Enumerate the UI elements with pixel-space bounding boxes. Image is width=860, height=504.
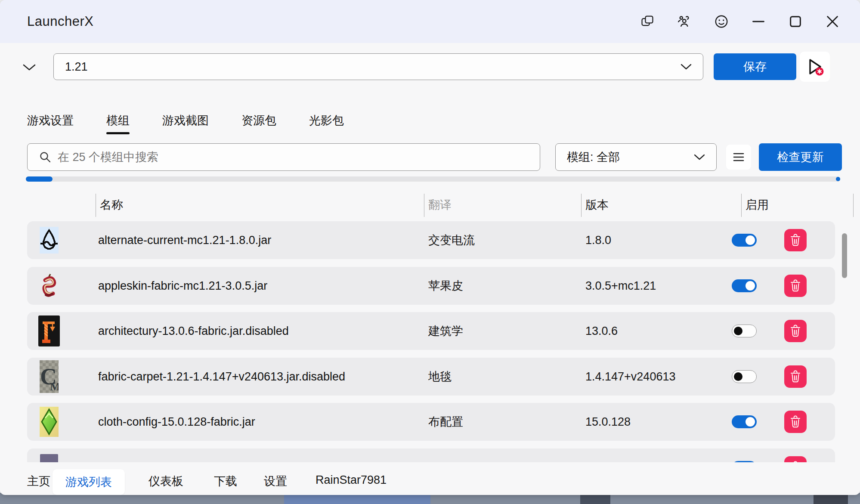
collapse-chevron-icon[interactable] bbox=[20, 59, 39, 75]
progress-end-dot bbox=[836, 177, 840, 181]
app-title: LauncherX bbox=[27, 14, 93, 29]
version-value: 1.21 bbox=[65, 60, 88, 74]
header-translation: 翻译 bbox=[428, 197, 452, 213]
launcher-window: LauncherX bbox=[0, 0, 860, 495]
toggle-knob bbox=[734, 372, 742, 381]
hamburger-icon bbox=[733, 152, 745, 162]
mod-filename: appleskin-fabric-mc1.21-3.0.5.jar bbox=[98, 279, 267, 293]
titlebar: LauncherX bbox=[0, 0, 860, 43]
mod-filter-value: 模组: 全部 bbox=[567, 149, 620, 165]
tab-mods[interactable]: 模组 bbox=[106, 113, 130, 134]
toggle-knob bbox=[746, 417, 755, 427]
smiley-icon[interactable] bbox=[713, 13, 730, 30]
nav-settings[interactable]: 设置 bbox=[264, 473, 287, 489]
alternate-current-mod-icon bbox=[37, 227, 62, 254]
enable-toggle[interactable] bbox=[732, 234, 757, 247]
trash-icon bbox=[790, 461, 801, 462]
enable-toggle[interactable] bbox=[732, 415, 757, 428]
nav-downloads[interactable]: 下载 bbox=[214, 473, 237, 489]
fabric-carpet-mod-icon: C M bbox=[37, 360, 62, 393]
mod-filename: fabric-carpet-1.21-1.4.147+v240613.jar.d… bbox=[98, 370, 345, 383]
table-row-partial bbox=[27, 448, 835, 462]
delete-button[interactable] bbox=[784, 456, 807, 462]
trash-icon bbox=[790, 370, 801, 383]
toggle-knob bbox=[746, 235, 755, 245]
delete-button[interactable] bbox=[784, 411, 807, 433]
progress-fill bbox=[26, 176, 53, 182]
mod-version: 1.8.0 bbox=[585, 234, 611, 247]
save-button[interactable]: 保存 bbox=[714, 53, 796, 80]
table-row bbox=[27, 448, 835, 462]
people-icon[interactable] bbox=[676, 13, 693, 30]
cloth-config-mod-icon bbox=[37, 407, 62, 437]
unknown-mod-icon bbox=[37, 454, 62, 462]
nav-game-list[interactable]: 游戏列表 bbox=[53, 469, 125, 495]
appleskin-mod-icon bbox=[37, 272, 62, 299]
windows-copy-icon[interactable] bbox=[639, 13, 656, 30]
version-select[interactable]: 1.21 bbox=[53, 53, 703, 80]
mod-translation: 地毯 bbox=[428, 369, 452, 384]
column-separator bbox=[581, 194, 582, 217]
table-row: C M fabric-carpet-1.21-1.4.147+v240613.j… bbox=[27, 358, 835, 396]
tab-game-settings[interactable]: 游戏设置 bbox=[27, 113, 74, 134]
mod-table-header: 名称 翻译 版本 启用 bbox=[0, 193, 860, 218]
titlebar-buttons bbox=[639, 13, 841, 30]
mod-version: 3.0.5+mc1.21 bbox=[585, 279, 656, 293]
mod-filename: cloth-config-15.0.128-fabric.jar bbox=[98, 415, 255, 429]
game-tabs: 游戏设置 模组 游戏截图 资源包 光影包 bbox=[27, 113, 344, 134]
enable-toggle[interactable] bbox=[732, 461, 757, 462]
trash-icon bbox=[790, 415, 801, 428]
table-row: cloth-config-15.0.128-fabric.jar 布配置 15.… bbox=[27, 403, 835, 441]
search-input[interactable] bbox=[58, 151, 510, 164]
close-icon[interactable] bbox=[824, 13, 841, 30]
tab-shader-packs[interactable]: 光影包 bbox=[309, 113, 344, 134]
mod-translation: 交变电流 bbox=[428, 232, 475, 248]
minimize-icon[interactable] bbox=[750, 13, 767, 30]
table-row: alternate-current-mc1.21-1.8.0.jar 交变电流 … bbox=[27, 221, 835, 259]
mod-version: 1.4.147+v240613 bbox=[585, 370, 675, 383]
search-icon bbox=[39, 151, 52, 164]
enable-toggle[interactable] bbox=[732, 370, 757, 383]
table-row: architectury-13.0.6-fabric.jar.disabled … bbox=[27, 312, 835, 350]
trash-icon bbox=[790, 325, 801, 337]
tab-screenshots[interactable]: 游戏截图 bbox=[162, 113, 209, 134]
check-updates-button[interactable]: 检查更新 bbox=[759, 143, 842, 171]
column-separator bbox=[741, 194, 742, 217]
maximize-icon[interactable] bbox=[787, 13, 804, 30]
mod-version: 13.0.6 bbox=[585, 325, 618, 338]
nav-home[interactable]: 主页 bbox=[27, 473, 50, 489]
column-separator bbox=[424, 194, 424, 217]
mod-filter-select[interactable]: 模组: 全部 bbox=[555, 143, 717, 171]
delete-button[interactable] bbox=[784, 320, 807, 342]
mod-translation: 建筑学 bbox=[428, 323, 463, 339]
play-with-badge-icon bbox=[805, 57, 825, 77]
column-separator bbox=[96, 194, 96, 217]
delete-button[interactable] bbox=[784, 275, 807, 297]
mod-filename: alternate-current-mc1.21-1.8.0.jar bbox=[98, 234, 271, 247]
nav-dashboard[interactable]: 仪表板 bbox=[148, 473, 183, 489]
tab-resource-packs[interactable]: 资源包 bbox=[241, 113, 276, 134]
mod-filename: architectury-13.0.6-fabric.jar.disabled bbox=[98, 325, 289, 338]
bottom-navigation: 主页 游戏列表 仪表板 下载 设置 RainStar7981 bbox=[0, 467, 860, 495]
enable-toggle[interactable] bbox=[732, 279, 757, 292]
delete-button[interactable] bbox=[784, 365, 807, 388]
toggle-knob bbox=[734, 327, 742, 335]
header-name: 名称 bbox=[100, 197, 123, 213]
mod-translation: 布配置 bbox=[428, 414, 463, 430]
toggle-knob bbox=[746, 281, 755, 291]
enable-toggle[interactable] bbox=[732, 325, 757, 337]
chevron-down-icon bbox=[693, 153, 706, 161]
table-row: appleskin-fabric-mc1.21-3.0.5.jar 苹果皮 3.… bbox=[27, 267, 835, 305]
trash-icon bbox=[790, 279, 801, 292]
chevron-down-icon bbox=[680, 63, 693, 71]
screen: LauncherX bbox=[0, 0, 860, 504]
sort-options-button[interactable] bbox=[726, 145, 751, 170]
vertical-scrollbar[interactable] bbox=[842, 233, 847, 278]
mod-version: 15.0.128 bbox=[585, 415, 631, 429]
svg-text:M: M bbox=[50, 380, 59, 393]
launch-button[interactable] bbox=[800, 52, 830, 82]
progress-bar bbox=[26, 176, 840, 182]
column-separator bbox=[853, 194, 854, 217]
nav-account[interactable]: RainStar7981 bbox=[316, 473, 387, 487]
delete-button[interactable] bbox=[784, 229, 807, 251]
